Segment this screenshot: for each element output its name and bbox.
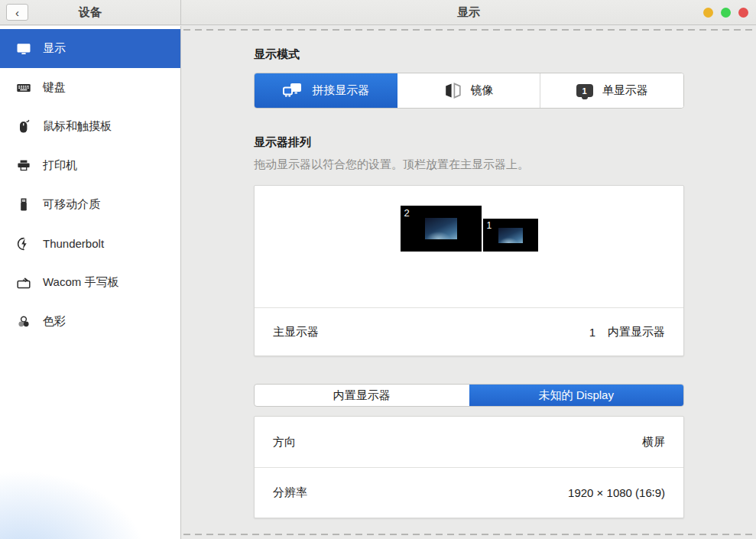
tab-label: 未知的 Display bbox=[539, 388, 614, 403]
primary-display-value: 1 内置显示器 bbox=[589, 325, 665, 339]
sidebar-item-label: 色彩 bbox=[43, 314, 66, 329]
mode-join-displays-button[interactable]: 拼接显示器 bbox=[255, 73, 397, 108]
resolution-row[interactable]: 分辨率 1920 × 1080 (16∶9) bbox=[255, 467, 683, 518]
mode-option-label: 拼接显示器 bbox=[312, 83, 369, 98]
sidebar-item-label: 显示 bbox=[43, 41, 66, 56]
join-displays-icon bbox=[282, 83, 303, 99]
removable-media-icon bbox=[16, 197, 31, 213]
sidebar: 显示 键盘 鼠标和触摸板 打印机 可移动介质 bbox=[0, 26, 181, 539]
sidebar-item-thunderbolt[interactable]: Thunderbolt bbox=[0, 224, 180, 263]
minimize-button[interactable] bbox=[703, 8, 713, 18]
display-number-label: 1 bbox=[487, 220, 492, 231]
single-display-icon: 1 bbox=[576, 84, 593, 97]
tab-label: 内置显示器 bbox=[333, 388, 391, 403]
sidebar-header: ‹ 设备 bbox=[0, 0, 181, 24]
back-chevron-icon: ‹ bbox=[15, 7, 19, 18]
wallpaper-preview bbox=[498, 228, 523, 243]
sidebar-item-removable-media[interactable]: 可移动介质 bbox=[0, 185, 180, 224]
mode-mirror-button[interactable]: 镜像 bbox=[397, 73, 540, 108]
sidebar-item-mouse-touchpad[interactable]: 鼠标和触摸板 bbox=[0, 107, 180, 146]
display-icon bbox=[16, 41, 31, 57]
wallpaper-preview bbox=[425, 218, 457, 239]
mirror-icon bbox=[444, 83, 462, 99]
display-thumbnails: 2 1 bbox=[255, 206, 683, 252]
sidebar-item-label: 可移动介质 bbox=[43, 197, 100, 212]
content-header: 显示 bbox=[181, 0, 756, 24]
page-title: 显示 bbox=[457, 5, 480, 20]
sidebar-item-label: Thunderbolt bbox=[43, 237, 104, 250]
primary-display-name: 内置显示器 bbox=[608, 325, 665, 339]
printer-icon bbox=[16, 158, 31, 174]
monitor-settings-card: 方向 横屏 分辨率 1920 × 1080 (16∶9) bbox=[254, 416, 684, 518]
display-thumbnail-2[interactable]: 2 bbox=[401, 206, 482, 252]
sidebar-item-printers[interactable]: 打印机 bbox=[0, 146, 180, 185]
sidebar-item-label: 打印机 bbox=[43, 158, 77, 173]
primary-display-label: 主显示器 bbox=[273, 325, 319, 339]
mode-option-label: 镜像 bbox=[471, 83, 494, 98]
sidebar-item-label: 鼠标和触摸板 bbox=[43, 119, 112, 134]
sidebar-item-display[interactable]: 显示 bbox=[0, 29, 180, 68]
display-panel: 显示模式 拼接显示器 镜像 1 bbox=[182, 26, 756, 539]
arrangement-canvas[interactable]: 2 1 bbox=[255, 186, 683, 307]
primary-display-row[interactable]: 主显示器 1 内置显示器 bbox=[255, 307, 683, 356]
display-mode-heading: 显示模式 bbox=[254, 48, 684, 60]
orientation-label: 方向 bbox=[273, 435, 296, 450]
arrangement-card: 2 1 主显示器 1 内置显示器 bbox=[254, 185, 684, 356]
arrangement-hint: 拖动显示器以符合您的设置。顶栏放置在主显示器上。 bbox=[254, 158, 684, 170]
tab-builtin-display[interactable]: 内置显示器 bbox=[255, 385, 469, 406]
sidebar-item-keyboard[interactable]: 键盘 bbox=[0, 68, 180, 107]
display-mode-control: 拼接显示器 镜像 1 单显示器 bbox=[254, 73, 684, 109]
tab-unknown-display[interactable]: 未知的 Display bbox=[469, 385, 684, 406]
display-number-label: 2 bbox=[404, 207, 410, 219]
close-button[interactable] bbox=[738, 8, 748, 18]
sidebar-item-color[interactable]: 色彩 bbox=[0, 302, 180, 341]
wacom-tablet-icon bbox=[16, 275, 31, 291]
back-button[interactable]: ‹ bbox=[6, 4, 28, 21]
maximize-button[interactable] bbox=[721, 8, 731, 18]
resolution-label: 分辨率 bbox=[273, 485, 307, 500]
keyboard-icon bbox=[16, 80, 31, 96]
primary-display-number: 1 bbox=[589, 326, 595, 339]
single-display-number: 1 bbox=[582, 86, 587, 96]
thunderbolt-icon bbox=[16, 236, 31, 252]
devices-title: 设备 bbox=[79, 5, 102, 20]
window-controls bbox=[703, 0, 748, 25]
header-bar: ‹ 设备 显示 bbox=[0, 0, 756, 25]
mode-option-label: 单显示器 bbox=[602, 83, 648, 98]
resolution-value: 1920 × 1080 (16∶9) bbox=[568, 486, 665, 500]
sidebar-item-label: 键盘 bbox=[43, 80, 66, 95]
monitor-selector-tabs: 内置显示器 未知的 Display bbox=[254, 384, 684, 407]
mouse-icon bbox=[16, 119, 31, 135]
arrangement-heading: 显示器排列 bbox=[254, 136, 684, 148]
display-thumbnail-1[interactable]: 1 bbox=[483, 219, 538, 252]
sidebar-item-label: Wacom 手写板 bbox=[43, 275, 118, 290]
color-icon bbox=[16, 314, 31, 330]
sidebar-item-wacom-tablet[interactable]: Wacom 手写板 bbox=[0, 263, 180, 302]
orientation-value: 横屏 bbox=[642, 435, 665, 450]
mode-single-display-button[interactable]: 1 单显示器 bbox=[540, 73, 683, 108]
orientation-row[interactable]: 方向 横屏 bbox=[255, 417, 683, 467]
settings-window: ‹ 设备 显示 显示 键盘 bbox=[0, 0, 756, 539]
